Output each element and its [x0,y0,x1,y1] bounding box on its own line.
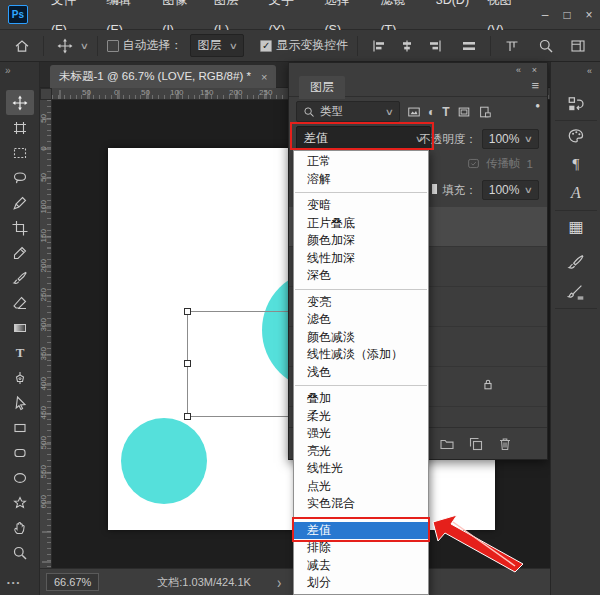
opacity-field[interactable]: 100% ∨ [482,129,539,149]
tool-presets-panel-button[interactable] [564,280,588,304]
distribute-button[interactable] [457,36,481,56]
menu-item-exclusion[interactable]: 排除 [294,539,428,557]
ruler-corner[interactable] [40,88,52,100]
paragraph-panel-button[interactable]: ¶ [564,152,588,176]
tool-artboard[interactable] [6,115,34,140]
opacity-value: 100% [489,132,520,146]
delete-layer-trash-icon[interactable] [497,436,513,452]
background-lock-icon[interactable] [481,377,495,391]
workspace-button[interactable] [566,36,590,56]
auto-select-checkbox[interactable] [107,40,119,52]
tool-move[interactable] [6,90,34,115]
tool-custom-shape[interactable] [6,490,34,515]
menu-item-lighten[interactable]: 变亮 [294,294,428,312]
align-left-button[interactable] [367,36,391,56]
menu-item-divide[interactable]: 划分 [294,574,428,592]
blend-mode-dropdown[interactable]: 差值 ∨ [296,126,431,151]
menu-item-difference-selected[interactable]: 差值 [294,522,428,540]
toolbar-expand-icon[interactable]: » [5,65,11,76]
status-chevron-icon[interactable]: › [277,572,281,592]
libraries-panel-button[interactable]: ▦ [564,214,588,238]
menu-item-hard-light[interactable]: 强光 [294,425,428,443]
fill-field[interactable]: 100% ∨ [482,180,539,200]
menu-item-linear-dodge[interactable]: 线性减淡（添加） [294,346,428,364]
menu-item-darken[interactable]: 变暗 [294,197,428,215]
lock-icon[interactable] [432,184,437,194]
menu-item-pin-light[interactable]: 点光 [294,478,428,496]
close-button[interactable]: × [578,8,600,22]
menu-item-normal[interactable]: 正常 [294,153,428,171]
menu-item-subtract[interactable]: 减去 [294,557,428,575]
tool-brush[interactable] [6,265,34,290]
align-center-button[interactable] [395,36,419,56]
menu-item-linear-burn[interactable]: 线性加深 [294,250,428,268]
filter-pixel-button[interactable] [407,105,421,119]
transform-handle-middle-left[interactable] [184,360,191,367]
menu-item-color-burn[interactable]: 颜色加深 [294,232,428,250]
home-button[interactable] [10,36,34,56]
menu-item-overlay[interactable]: 叠加 [294,390,428,408]
tool-marquee[interactable] [6,140,34,165]
filter-adjustment-button[interactable]: ◐ [428,105,435,119]
tool-hand[interactable] [6,515,34,540]
filter-toggle-icon[interactable]: ● [535,101,540,110]
chevron-down-icon[interactable]: ∨ [80,41,89,51]
menu-item-hard-mix[interactable]: 实色混合 [294,495,428,513]
zoom-level-field[interactable]: 66.67% [46,573,99,591]
menu-item-vivid-light[interactable]: 亮光 [294,443,428,461]
vertical-ruler[interactable]: 50 0 50 100 150 200 250 300 350 400 450 … [40,100,52,568]
tool-quick-select[interactable] [6,190,34,215]
character-panel-button[interactable]: A [564,181,588,205]
tab-close-icon[interactable]: × [261,71,267,83]
tool-pen[interactable] [6,365,34,390]
auto-select-target-dropdown[interactable]: 图层 ∨ [190,34,245,57]
menu-item-color-dodge[interactable]: 颜色减淡 [294,329,428,347]
tool-zoom[interactable] [6,540,34,565]
propagate-frame-control[interactable]: 传播帧 1 [467,156,533,171]
filter-type-button[interactable]: T [442,105,449,119]
tool-gradient[interactable] [6,315,34,340]
align-left-icon [371,38,387,54]
new-group-folder-icon[interactable] [439,436,455,452]
tool-rounded-rectangle[interactable] [6,440,34,465]
tool-ellipse[interactable] [6,465,34,490]
tool-crop[interactable] [6,215,34,240]
tool-type[interactable]: T [6,340,34,365]
transform-handle-top-left[interactable] [184,308,191,315]
document-tab[interactable]: 未标题-1 @ 66.7% (LOVE, RGB/8#) * × [50,65,276,88]
maximize-button[interactable]: □ [556,8,578,22]
layers-tab[interactable]: 图层 [299,76,345,99]
tool-lasso[interactable] [6,165,34,190]
menu-item-multiply[interactable]: 正片叠底 [294,215,428,233]
menu-item-lighter-color[interactable]: 浅色 [294,364,428,382]
menu-item-darker-color[interactable]: 深色 [294,267,428,285]
menu-item-soft-light[interactable]: 柔光 [294,408,428,426]
tool-eyedropper[interactable] [6,240,34,265]
transform-mode-button[interactable] [500,36,524,56]
panel-menu-icon[interactable]: ≡ [531,78,539,93]
filter-type-dropdown[interactable]: 类型 ∨ [296,101,400,122]
menu-item-dissolve[interactable]: 溶解 [294,171,428,189]
move-tool-preset[interactable] [53,36,77,56]
tool-path-select[interactable] [6,390,34,415]
filter-smart-object-button[interactable] [478,105,492,119]
cyan-circle-shape[interactable] [121,418,207,504]
filter-shape-button[interactable] [457,105,471,119]
tools-panel: » T ••• [0,62,40,595]
show-transform-checkbox[interactable]: ✓ [260,40,272,52]
brush-settings-panel-button[interactable] [564,250,588,274]
toolbar-more-icon[interactable]: ••• [7,578,21,587]
align-right-button[interactable] [423,36,447,56]
history-panel-button[interactable] [564,92,588,116]
search-button[interactable] [534,36,558,56]
menu-item-linear-light[interactable]: 线性光 [294,460,428,478]
menu-item-screen[interactable]: 滤色 [294,311,428,329]
tool-rectangle[interactable] [6,415,34,440]
new-layer-icon[interactable] [468,436,484,452]
swatches-panel-button[interactable] [564,124,588,148]
distribute-icon [461,38,477,54]
dock-collapse-icon[interactable]: « [587,66,592,76]
minimize-button[interactable]: – [534,8,556,22]
tool-eraser[interactable] [6,290,34,315]
transform-handle-bottom-left[interactable] [184,413,191,420]
